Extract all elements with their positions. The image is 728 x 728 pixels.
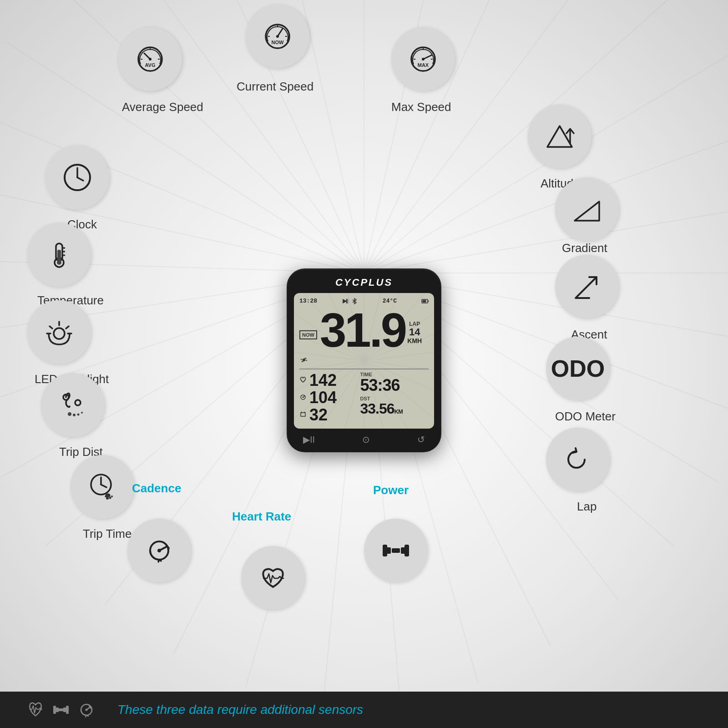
lap-label: Lap [577, 500, 597, 514]
device-buttons: ▶II ⊙ ↺ [294, 434, 434, 445]
svg-rect-121 [346, 298, 347, 303]
svg-text:NOW: NOW [272, 40, 284, 45]
led-circle [27, 300, 91, 364]
cur-speed-icon: NOW [262, 20, 293, 52]
refresh-btn[interactable]: ↺ [417, 434, 425, 445]
svg-rect-93 [386, 547, 391, 554]
clock-icon [61, 162, 93, 193]
ascent-icon [571, 271, 603, 303]
lap-info: LAP 14 KMH [407, 320, 422, 344]
main-speed: 31.9 [320, 306, 405, 354]
lap-circle [546, 428, 610, 491]
svg-rect-130 [301, 412, 305, 416]
svg-point-52 [73, 414, 76, 416]
svg-rect-137 [63, 708, 66, 712]
gradient-label: Gradient [562, 241, 607, 255]
trip-time-label: Trip Time [83, 527, 131, 541]
svg-rect-124 [428, 300, 429, 302]
svg-rect-135 [56, 708, 59, 712]
thermometer-icon [43, 239, 75, 271]
time-section: TIME 53:36 [360, 372, 429, 394]
svg-marker-82 [547, 126, 572, 147]
power-circle [364, 519, 428, 582]
trip-time-icon [86, 471, 118, 503]
lap-number: 14 [409, 327, 420, 337]
trip-row: 32 [299, 407, 356, 423]
dst-value: 33.56KM [360, 401, 429, 416]
avg-speed-label: Average Speed [122, 100, 203, 114]
svg-point-43 [54, 328, 65, 339]
svg-marker-84 [575, 202, 599, 221]
svg-line-89 [159, 546, 167, 551]
ascent-circle [555, 255, 619, 318]
cadence-label: Cadence [132, 481, 181, 495]
svg-rect-134 [53, 706, 56, 714]
center-btn[interactable]: ⊙ [362, 434, 370, 445]
trip-dist-circle [41, 373, 105, 437]
device-screen: 13:28 24°C NOW 31. [294, 293, 434, 429]
max-speed-label: Max Speed [391, 100, 451, 114]
bottom-bar-icons [27, 702, 95, 718]
power-label: Power [373, 483, 409, 497]
kmh-label: KMH [407, 337, 422, 344]
svg-point-50 [75, 400, 81, 405]
cadence-icon [143, 535, 175, 566]
screen-bottom-data: 142 104 [299, 372, 429, 423]
svg-line-57 [101, 485, 106, 487]
altitude-circle [528, 105, 592, 168]
bottom-bar: These three data require additional sens… [0, 692, 728, 728]
odo-text: ODO [551, 355, 605, 382]
max-speed-circle: MAX [391, 27, 455, 91]
power-icon [380, 535, 412, 566]
svg-point-63 [149, 58, 152, 61]
svg-rect-95 [401, 547, 405, 554]
screen-divider [299, 369, 429, 369]
svg-point-53 [77, 414, 80, 416]
backlight-icon [43, 316, 75, 348]
screen-time: 13:28 [299, 298, 317, 304]
cadence-row: 104 [299, 389, 356, 406]
svg-line-76 [423, 55, 432, 59]
bottom-notice: These three data require additional sens… [117, 703, 363, 717]
svg-point-39 [57, 260, 61, 265]
svg-line-129 [303, 395, 305, 397]
trip-value: 32 [309, 407, 328, 423]
svg-point-70 [276, 35, 279, 38]
svg-line-140 [86, 707, 90, 710]
lap-icon [562, 444, 594, 475]
svg-line-69 [278, 29, 283, 36]
odo-label: ODO Meter [555, 410, 616, 424]
cadence-value: 104 [309, 389, 337, 406]
svg-text:AVG: AVG [145, 62, 155, 68]
svg-line-85 [576, 277, 597, 297]
play-pause-btn[interactable]: ▶II [303, 434, 315, 445]
altitude-icon [544, 121, 576, 152]
svg-rect-133 [59, 708, 63, 711]
svg-text:MAX: MAX [418, 62, 429, 68]
svg-line-35 [77, 177, 83, 181]
bottom-power-icon [53, 704, 69, 716]
max-speed-icon: MAX [407, 43, 439, 75]
main-speed-area: NOW 31.9 LAP 14 KMH [299, 306, 429, 354]
avg-speed-circle: AVG [118, 27, 182, 91]
cadence-circle [127, 519, 191, 582]
svg-rect-122 [348, 298, 348, 303]
heart-icon-small [299, 376, 308, 384]
avg-speed-icon: AVG [134, 43, 166, 75]
trip-dist-icon [57, 389, 89, 421]
svg-point-60 [111, 495, 113, 497]
cycplus-device: CYCPLUS [287, 268, 441, 452]
trip-icon-small [299, 411, 308, 419]
heart-rate-row: 142 [299, 372, 356, 389]
svg-point-51 [68, 412, 71, 416]
screen-left-data: 142 104 [299, 372, 356, 423]
cur-speed-circle: NOW [246, 5, 309, 68]
bottom-cadence-icon [78, 702, 95, 718]
svg-point-54 [81, 412, 83, 414]
cur-speed-label: Current Speed [237, 80, 313, 94]
km-suffix: KM [394, 408, 403, 415]
heart-rate-value: 142 [309, 372, 337, 389]
svg-line-46 [66, 326, 69, 329]
svg-line-45 [50, 326, 52, 329]
heart-rate-circle [241, 546, 305, 610]
